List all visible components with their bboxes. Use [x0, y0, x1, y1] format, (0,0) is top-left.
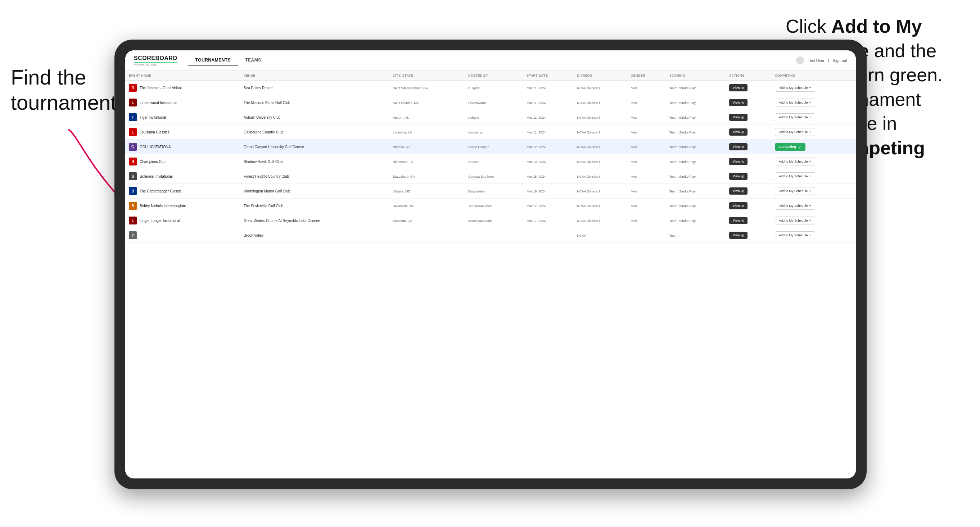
- city-state-cell: Saint Simons Island, GA: [389, 81, 465, 95]
- add-to-schedule-button[interactable]: Add to My Schedule +: [775, 231, 815, 239]
- view-button[interactable]: View ◎: [729, 217, 748, 224]
- add-to-schedule-button[interactable]: Add to My Schedule +: [775, 98, 815, 106]
- city-state-cell: Statesboro, GA: [389, 169, 465, 184]
- hosted-by-cell: [465, 228, 523, 243]
- add-to-schedule-button[interactable]: Add to My Schedule +: [775, 113, 815, 121]
- scoring-cell: Team, Stroke Play: [666, 125, 725, 140]
- view-button[interactable]: View ◎: [729, 158, 748, 165]
- city-state-cell: Lafayette, LA: [389, 125, 465, 140]
- view-button[interactable]: View ◎: [729, 99, 748, 106]
- start-date-cell: Mar 17, 2024: [523, 213, 573, 228]
- scoring-cell: Team, Stroke Play: [666, 140, 725, 154]
- plus-icon: +: [810, 160, 811, 163]
- hosted-by-cell: Binghamton: [465, 184, 523, 198]
- sign-out-link[interactable]: Sign out: [833, 58, 847, 63]
- team-logo: B: [129, 202, 137, 210]
- view-button[interactable]: View ◎: [729, 143, 748, 150]
- table-row: B Bobby Nichols Intercollegiate The Sevi…: [125, 198, 856, 213]
- table-row: L Lindenwood Invitational The Missouri B…: [125, 95, 856, 110]
- col-division: DIVISION: [574, 71, 627, 81]
- actions-cell: View ◎: [725, 95, 771, 110]
- event-name-text: Schenkel Invitational: [140, 175, 173, 178]
- start-date-cell: [523, 228, 573, 243]
- competing-cell: Add to My Schedule +: [771, 95, 856, 110]
- view-button[interactable]: View ◎: [729, 232, 748, 239]
- city-state-cell: [389, 228, 465, 243]
- scoring-cell: Team,: [666, 228, 725, 243]
- view-button[interactable]: View ◎: [729, 84, 748, 91]
- tab-teams[interactable]: TEAMS: [238, 55, 269, 66]
- team-logo: L: [129, 128, 137, 136]
- gender-cell: [627, 228, 666, 243]
- plus-icon: +: [810, 116, 811, 119]
- add-to-schedule-button[interactable]: Add to My Schedule +: [775, 202, 815, 210]
- event-name-text: The Johnnie - O Individual: [140, 86, 182, 90]
- actions-cell: View ◎: [725, 228, 771, 243]
- add-to-schedule-button[interactable]: Add to My Schedule +: [775, 84, 815, 92]
- venue-cell: Auburn University Club: [240, 110, 389, 125]
- add-to-schedule-button[interactable]: Add to My Schedule +: [775, 128, 815, 136]
- table-row: G GCU INVITATIONAL Grand Canyon Universi…: [125, 140, 856, 154]
- plus-icon: +: [810, 86, 811, 90]
- table-row: B The Carpetbagger Classic Worthington M…: [125, 184, 856, 198]
- tablet-frame: SCOREBOARD Powered by clippd TOURNAMENTS…: [115, 40, 867, 489]
- competing-cell: Add to My Schedule +: [771, 154, 856, 169]
- event-name-cell: S Schenkel Invitational: [125, 169, 240, 184]
- competing-cell: Add to My Schedule +: [771, 81, 856, 95]
- event-name-cell: H Champions Cup: [125, 154, 240, 169]
- logo-sub: Powered by clippd: [134, 63, 177, 66]
- venue-cell: The Missouri Bluffs Golf Club: [240, 95, 389, 110]
- event-name-cell: R The Johnnie - O Individual: [125, 81, 240, 95]
- team-logo: G: [129, 143, 137, 151]
- event-name-cell: B The Carpetbagger Classic: [125, 184, 240, 198]
- plus-icon: +: [810, 175, 811, 178]
- view-button[interactable]: View ◎: [729, 202, 748, 210]
- hosted-by-cell: Auburn: [465, 110, 523, 125]
- eye-icon: ◎: [741, 160, 744, 163]
- team-logo: T: [129, 113, 137, 121]
- header-right: Test User | Sign out: [796, 57, 847, 64]
- add-to-schedule-button[interactable]: Add to My Schedule +: [775, 187, 815, 195]
- view-button[interactable]: View ◎: [729, 114, 748, 121]
- start-date-cell: Mar 11, 2024: [523, 81, 573, 95]
- actions-cell: View ◎: [725, 154, 771, 169]
- tab-tournaments[interactable]: TOURNAMENTS: [188, 55, 238, 66]
- add-to-schedule-button[interactable]: Add to My Schedule +: [775, 217, 815, 224]
- city-state-cell: Richmond, TX: [389, 154, 465, 169]
- division-cell: NCAA Division I: [574, 81, 627, 95]
- view-button[interactable]: View ◎: [729, 173, 748, 180]
- scoring-cell: Team, Stroke Play: [666, 184, 725, 198]
- city-state-cell: Phoenix, AZ: [389, 140, 465, 154]
- event-name-cell: G GCU INVITATIONAL: [125, 140, 240, 154]
- col-start-date: START DATE: [523, 71, 573, 81]
- division-cell: NCAA: [574, 228, 627, 243]
- hosted-by-cell: Tennessee Tech: [465, 198, 523, 213]
- eye-icon: ◎: [741, 219, 744, 222]
- add-to-schedule-button[interactable]: Add to My Schedule +: [775, 157, 815, 165]
- table-row: ? Brook ValleyNCAATeam, View ◎ Add to My…: [125, 228, 856, 243]
- hosted-by-cell: Grand Canyon: [465, 140, 523, 154]
- actions-cell: View ◎: [725, 213, 771, 228]
- col-competing: COMPETING: [771, 71, 856, 81]
- competing-cell: Add to My Schedule +: [771, 110, 856, 125]
- team-logo: B: [129, 187, 137, 195]
- hosted-by-cell: Houston: [465, 154, 523, 169]
- user-name: Test User: [808, 58, 824, 63]
- competing-button[interactable]: Competing ✓: [775, 143, 805, 151]
- gender-cell: Men: [627, 125, 666, 140]
- city-state-cell: Sevierville, TN: [389, 198, 465, 213]
- gender-cell: Men: [627, 110, 666, 125]
- app-header: SCOREBOARD Powered by clippd TOURNAMENTS…: [125, 50, 856, 71]
- scoring-cell: Team, Stroke Play: [666, 198, 725, 213]
- gender-cell: Men: [627, 213, 666, 228]
- view-button[interactable]: View ◎: [729, 187, 748, 195]
- start-date-cell: Mar 13, 2024: [523, 154, 573, 169]
- col-hosted-by: HOSTED BY: [465, 71, 523, 81]
- view-button[interactable]: View ◎: [729, 129, 748, 136]
- event-name-text: Tiger Invitational: [140, 116, 166, 119]
- eye-icon: ◎: [741, 234, 744, 237]
- start-date-cell: Mar 12, 2024: [523, 140, 573, 154]
- event-name-text: Bobby Nichols Intercollegiate: [140, 204, 186, 208]
- start-date-cell: Mar 11, 2024: [523, 125, 573, 140]
- add-to-schedule-button[interactable]: Add to My Schedule +: [775, 172, 815, 180]
